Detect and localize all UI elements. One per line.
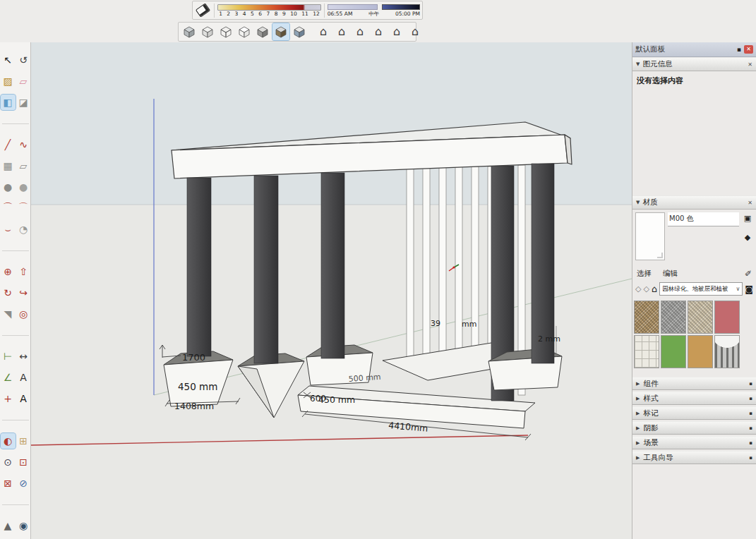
zoom-extents-tool[interactable]: ⊠ [1,476,16,491]
lasso-tool[interactable]: ↺ [16,52,31,68]
tab-edit[interactable]: 编辑 [663,269,678,279]
back-edges-mode-icon[interactable] [199,23,216,40]
tray-title-bar[interactable]: 默认面板 ▪ ✕ [632,42,756,57]
home-icon[interactable]: ⌂ [652,284,657,294]
collapsed-triangle-icon[interactable]: ▶ [636,425,640,431]
material-preview-swatch[interactable] [635,212,665,260]
select-tool[interactable]: ↖ [1,52,16,68]
front-view-icon[interactable]: ⌂ [352,23,368,40]
hidden-line-mode-icon[interactable] [236,23,253,40]
section-instructor-close-icon[interactable]: ▪ [749,455,752,461]
month-gradient-slider[interactable] [217,4,321,11]
pie-tool[interactable]: ◔ [16,222,31,237]
material-cube-tool[interactable]: ◧ [1,95,16,110]
section-components[interactable]: ▶组件▪ [632,377,756,390]
scale-tool[interactable]: ◥ [1,306,16,322]
iso-view-icon[interactable]: ⌂ [315,23,332,40]
pan-tool[interactable]: ⊞ [16,433,31,449]
rectangle-tool[interactable]: ▦ [1,158,16,174]
entity-info-header[interactable]: ▼ 图元信息 ✕ [632,57,756,71]
sample-paint-icon[interactable]: ◆ [745,233,750,242]
section-tags-close-icon[interactable]: ▪ [749,411,752,416]
swatch-gravel-gray[interactable] [661,301,686,334]
entity-info-close-icon[interactable]: ✕ [748,61,752,68]
zoom-window-tool[interactable]: ⊡ [16,454,31,470]
collapsed-triangle-icon[interactable]: ▶ [636,381,640,387]
section-styles-close-icon[interactable]: ▪ [749,396,752,401]
previous-view-tool[interactable]: ⊘ [16,476,31,491]
section-components-close-icon[interactable]: ▪ [749,381,752,387]
shadow-month-slider[interactable]: 123456789101112 [217,4,321,17]
swatch-gravel-brown[interactable] [634,301,659,334]
swatch-sand-tan[interactable] [688,335,713,368]
3d-text-tool[interactable]: A [16,391,31,406]
section-scenes[interactable]: ▶场景▪ [632,436,756,449]
forward-arrow-icon[interactable]: ◇ [643,284,649,293]
time-dark-slider[interactable] [382,4,420,10]
right-view-icon[interactable]: ⌂ [370,23,387,40]
eraser-tool[interactable]: ▱ [16,73,31,89]
collapsed-triangle-icon[interactable]: ▶ [636,440,640,446]
wireframe-mode-icon[interactable] [217,23,234,40]
position-camera-tool[interactable]: ▲ [1,518,16,533]
swatch-grass-green[interactable] [661,335,686,368]
polygon-tool[interactable]: ● [16,179,31,195]
swatch-pavers-white[interactable] [634,335,659,368]
material-name-field[interactable]: M00 色 [668,212,739,226]
two-point-arc-tool[interactable]: ⌒ [16,200,31,216]
arc-tool[interactable]: ⌒ [1,200,16,216]
back-view-icon[interactable]: ⌂ [388,23,405,40]
materials-header[interactable]: ▼ 材质 ✕ [632,195,756,210]
eraser-toolbar-button[interactable] [195,2,211,18]
collapsed-triangle-icon[interactable]: ▶ [636,411,640,416]
text-tool[interactable]: A [16,370,31,385]
shaded-mode-icon[interactable] [254,23,271,40]
left-view-icon[interactable]: ⌂ [407,23,424,40]
section-styles[interactable]: ▶样式▪ [632,392,756,405]
tape-measure-tool[interactable]: ⊢ [1,349,16,364]
collapsed-triangle-icon[interactable]: ▶ [636,396,640,401]
monochrome-mode-icon[interactable] [291,23,308,40]
flatten-tool[interactable]: ◪ [16,95,31,110]
axes-tool[interactable]: + [1,391,16,406]
close-icon[interactable]: ✕ [744,45,753,54]
swatch-gate-gray[interactable] [714,335,740,368]
move-tool[interactable]: ⊕ [1,264,16,279]
three-point-arc-tool[interactable]: ⌣ [1,222,16,237]
collapsed-triangle-icon[interactable]: ▶ [636,455,640,461]
section-shadows[interactable]: ▶阴影▪ [632,421,756,435]
circle-tool[interactable]: ● [1,179,16,195]
line-tool[interactable]: ╱ [1,137,16,152]
rotated-rectangle-tool[interactable]: ▱ [16,158,31,174]
push-pull-tool[interactable]: ⇧ [16,264,31,279]
collapse-triangle-icon[interactable]: ▼ [636,61,640,67]
swatch-pane-icon[interactable]: ▣ [744,214,751,223]
pin-icon[interactable]: ▪ [737,46,741,53]
section-tags[interactable]: ▶标记▪ [632,406,756,420]
time-gradient-slider[interactable] [328,4,378,10]
follow-me-tool[interactable]: ↪ [16,285,31,301]
freehand-tool[interactable]: ∿ [16,137,31,152]
eyedropper-icon[interactable]: ✐ [745,269,752,279]
paint-bucket-tool[interactable]: ▨ [1,73,16,89]
offset-tool[interactable]: ◎ [16,306,31,322]
xray-mode-icon[interactable] [181,23,198,40]
swatch-rose[interactable] [714,301,740,334]
top-view-icon[interactable]: ⌂ [333,23,350,40]
materials-close-icon[interactable]: ✕ [748,200,752,206]
orbit-tool[interactable]: ◐ [1,433,16,449]
look-around-tool[interactable]: ◉ [16,518,31,533]
protractor-tool[interactable]: ∠ [1,370,16,385]
section-scenes-close-icon[interactable]: ▪ [749,440,752,446]
collapse-triangle-icon[interactable]: ▼ [636,200,640,205]
section-instructor[interactable]: ▶工具向导▪ [632,451,756,464]
section-shadows-close-icon[interactable]: ▪ [749,425,752,431]
zoom-tool[interactable]: ⊙ [1,454,16,470]
rotate-tool[interactable]: ↻ [1,285,16,301]
paint-bucket-icon[interactable]: ◙ [745,284,753,294]
swatch-cobblestone[interactable] [688,301,713,334]
tab-select[interactable]: 选择 [637,269,652,279]
back-arrow-icon[interactable]: ◇ [635,284,641,293]
material-category-dropdown[interactable]: 园林绿化、地被层和植被 ∨ [659,282,743,296]
shadow-time-slider[interactable]: 06:55 AM 中午 05:00 PM [328,4,420,17]
